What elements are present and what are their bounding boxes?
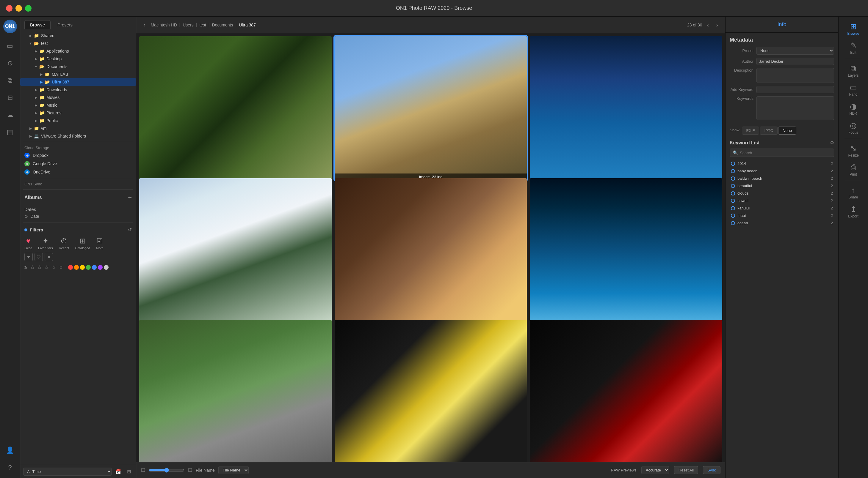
keyword-item-6[interactable]: kahului 2 [730, 204, 834, 212]
color-dot-gray[interactable] [104, 265, 108, 270]
dates-item-date[interactable]: ⊙ Date [24, 213, 132, 219]
keyword-item-7[interactable]: maui 2 [730, 212, 834, 219]
filter-fivestars[interactable]: ✦ Five Stars [38, 237, 53, 250]
photo-cell-2[interactable]: Image_23.jpg [335, 36, 527, 180]
color-dot-green[interactable] [86, 265, 91, 270]
filter-liked[interactable]: ♥ Liked [24, 237, 32, 250]
keyword-item-3[interactable]: beautiful 2 [730, 182, 834, 190]
nav-next-button[interactable]: › [714, 20, 720, 29]
sidebar-icon-cloud[interactable]: ☁ [3, 107, 18, 123]
filter-more[interactable]: ☑ More [96, 237, 103, 250]
sidebar-icon-hdd[interactable]: ⊟ [3, 90, 18, 105]
cloud-item-googledrive[interactable]: ◆ Google Drive [20, 160, 136, 168]
keyword-gear-button[interactable]: ⚙ [830, 140, 834, 145]
sidebar-icon-screen[interactable]: ▭ [3, 39, 18, 54]
tree-item-music[interactable]: ▶ 📁 Music [20, 101, 136, 109]
tree-item-ultra387[interactable]: ▶ 📂 Ultra 387 [20, 78, 136, 86]
tree-item-shared[interactable]: ▶ 📁 Shared [20, 32, 136, 39]
filters-reset-button[interactable]: ↺ [128, 227, 132, 233]
nav-prev-button[interactable]: ‹ [705, 20, 712, 29]
tree-item-documents[interactable]: ▼ 📂 Documents [20, 63, 136, 70]
keyword-item-0[interactable]: 2014 2 [730, 160, 834, 167]
breadcrumb-item-2[interactable]: test [199, 23, 206, 27]
window-controls[interactable] [6, 5, 32, 11]
sort-dropdown[interactable]: File Name Date Rating [218, 466, 249, 474]
author-input[interactable] [756, 58, 834, 65]
right-icon-export[interactable]: ↥ Export [840, 202, 867, 220]
show-tab-exif[interactable]: EXIF [742, 127, 760, 135]
photo-cell-5[interactable] [335, 178, 527, 322]
star-5[interactable]: ☆ [59, 264, 63, 271]
photo-cell-3[interactable] [530, 36, 722, 180]
cloud-item-onedrive[interactable]: ◆ OneDrive [20, 168, 136, 176]
color-dot-yellow[interactable] [80, 265, 85, 270]
show-tab-iptc[interactable]: IPTC [760, 127, 778, 135]
photo-cell-1[interactable] [139, 36, 332, 180]
filter-clear-btn[interactable]: ✕ [44, 253, 53, 261]
close-button[interactable] [6, 5, 12, 11]
keyword-item-2[interactable]: baldwin beach 2 [730, 175, 834, 182]
right-icon-layers[interactable]: ⧉ Layers [840, 62, 867, 79]
sidebar-icon-user[interactable]: 👤 [3, 443, 18, 458]
description-textarea[interactable] [756, 68, 834, 83]
tree-item-vm[interactable]: ▶ 📁 vm [20, 125, 136, 132]
tree-item-matlab[interactable]: ▶ 📁 MATLAB [20, 70, 136, 78]
filter-heart-fill-btn[interactable]: ♥ [24, 253, 33, 261]
grid-view-calendar[interactable]: 📅 [114, 467, 122, 476]
photo-cell-9[interactable] [530, 320, 722, 462]
keyword-item-5[interactable]: hawaii 2 [730, 197, 834, 204]
sidebar-icon-albums[interactable]: ▤ [3, 125, 18, 140]
keywords-textarea[interactable] [756, 96, 834, 120]
add-keyword-input[interactable] [756, 86, 834, 93]
right-icon-edit[interactable]: ✎ Edit [840, 39, 867, 57]
sync-button[interactable]: Sync [703, 466, 720, 474]
color-dot-purple[interactable] [98, 265, 103, 270]
right-icon-pano[interactable]: ▭ Pano [840, 80, 867, 98]
tree-item-vmware[interactable]: ▶ 💻 VMware Shared Folders [20, 132, 136, 140]
photo-cell-4[interactable] [139, 178, 332, 322]
sidebar-icon-layers[interactable]: ⧉ [3, 73, 18, 88]
photo-cell-6[interactable] [530, 178, 722, 322]
photo-cell-7[interactable] [139, 320, 332, 462]
breadcrumb-item-3[interactable]: Documents [212, 23, 233, 27]
star-3[interactable]: ☆ [44, 264, 49, 271]
breadcrumb-item-current[interactable]: Ultra 387 [239, 23, 256, 27]
time-select[interactable]: All Time Today This Week This Month [23, 468, 112, 476]
tree-item-movies[interactable]: ▶ 📁 Movies [20, 94, 136, 101]
tab-presets[interactable]: Presets [52, 20, 78, 29]
keyword-search-input[interactable] [740, 150, 831, 155]
breadcrumb-item-1[interactable]: Users [183, 23, 194, 27]
albums-add-button[interactable]: + [128, 194, 132, 201]
select-all-checkbox[interactable]: ☐ [141, 467, 145, 473]
right-icon-browse[interactable]: ⊞ Browse [840, 20, 867, 37]
tree-item-downloads[interactable]: ▶ 📁 Downloads [20, 86, 136, 94]
color-dot-orange[interactable] [74, 265, 79, 270]
star-4[interactable]: ☆ [52, 264, 56, 271]
tree-item-public[interactable]: ▶ 📁 Public [20, 117, 136, 125]
maximize-button[interactable] [25, 5, 32, 11]
color-dot-red[interactable] [68, 265, 73, 270]
tab-browse[interactable]: Browse [24, 20, 51, 29]
filter-heart-outline-btn[interactable]: ♡ [34, 253, 43, 261]
keyword-item-8[interactable]: ocean 2 [730, 219, 834, 227]
keyword-item-1[interactable]: baby beach 2 [730, 167, 834, 175]
keyword-item-4[interactable]: clouds 2 [730, 190, 834, 197]
breadcrumb-item-0[interactable]: Macintosh HD [151, 23, 177, 27]
filter-recent[interactable]: ⏱ Recent [59, 237, 69, 250]
show-tab-none[interactable]: None [778, 127, 796, 135]
nav-back-button[interactable]: ‹ [141, 20, 148, 29]
star-1[interactable]: ☆ [30, 264, 35, 271]
fit-checkbox[interactable]: ☐ [188, 467, 192, 473]
filter-cataloged[interactable]: ⊞ Cataloged [75, 237, 90, 250]
raw-quality-select[interactable]: Accurate Fast [641, 466, 669, 474]
minimize-button[interactable] [16, 5, 22, 11]
sidebar-icon-help[interactable]: ? [3, 460, 18, 475]
right-icon-hdr[interactable]: ◑ HDR [840, 100, 867, 117]
right-icon-focus[interactable]: ◎ Focus [840, 118, 867, 136]
star-2[interactable]: ☆ [37, 264, 42, 271]
grid-view-grid[interactable]: ⊞ [125, 467, 133, 476]
sidebar-icon-camera[interactable]: ⊙ [3, 56, 18, 71]
tree-item-applications[interactable]: ▶ 📁 Applications [20, 47, 136, 55]
photo-cell-8[interactable] [335, 320, 527, 462]
preset-select[interactable]: None [756, 47, 834, 55]
